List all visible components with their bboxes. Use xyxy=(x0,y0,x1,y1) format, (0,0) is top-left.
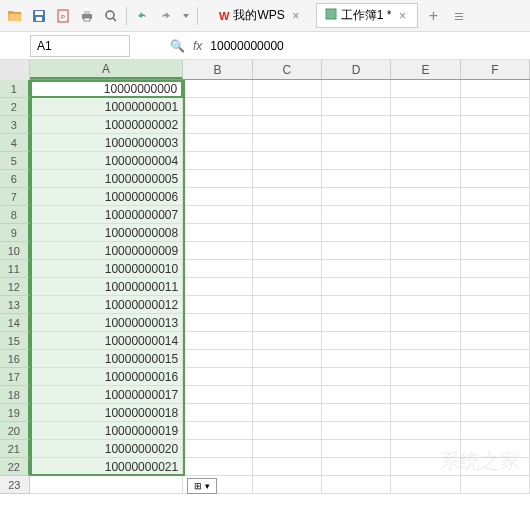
cell[interactable]: 10000000011 xyxy=(30,278,183,296)
undo-icon[interactable] xyxy=(131,5,153,27)
row-header[interactable]: 6 xyxy=(0,170,30,188)
cell[interactable]: 10000000010 xyxy=(30,260,183,278)
cell[interactable] xyxy=(183,386,252,404)
cell[interactable] xyxy=(253,98,322,116)
cell[interactable]: 10000000018 xyxy=(30,404,183,422)
cell[interactable] xyxy=(461,404,530,422)
cell[interactable] xyxy=(183,350,252,368)
cell[interactable] xyxy=(322,278,391,296)
cell[interactable]: 10000000003 xyxy=(30,134,183,152)
row-header[interactable]: 14 xyxy=(0,314,30,332)
row-header[interactable]: 4 xyxy=(0,134,30,152)
tab-mywps[interactable]: W 我的WPS × xyxy=(210,3,312,28)
cell[interactable] xyxy=(322,476,391,494)
cell[interactable] xyxy=(391,134,460,152)
tab-list-icon[interactable] xyxy=(448,5,470,27)
cell[interactable] xyxy=(253,206,322,224)
cell[interactable] xyxy=(391,332,460,350)
add-tab-icon[interactable]: + xyxy=(422,5,444,27)
cell[interactable] xyxy=(461,314,530,332)
cell[interactable]: 10000000015 xyxy=(30,350,183,368)
cell[interactable] xyxy=(461,224,530,242)
row-header[interactable]: 23 xyxy=(0,476,30,494)
cell[interactable] xyxy=(183,224,252,242)
tab-workbook[interactable]: 工作簿1 * × xyxy=(316,3,419,28)
column-header-D[interactable]: D xyxy=(322,60,391,79)
cell[interactable] xyxy=(461,116,530,134)
cell[interactable] xyxy=(322,206,391,224)
open-icon[interactable] xyxy=(4,5,26,27)
cell[interactable] xyxy=(253,134,322,152)
cell[interactable] xyxy=(253,116,322,134)
cell[interactable] xyxy=(391,152,460,170)
cell[interactable] xyxy=(461,152,530,170)
autofill-options-icon[interactable]: ⊞ ▾ xyxy=(187,478,217,494)
row-header[interactable]: 19 xyxy=(0,404,30,422)
cell[interactable] xyxy=(253,170,322,188)
cell[interactable] xyxy=(183,98,252,116)
cell[interactable] xyxy=(322,368,391,386)
row-header[interactable]: 10 xyxy=(0,242,30,260)
cell[interactable] xyxy=(322,152,391,170)
cell[interactable] xyxy=(253,224,322,242)
cell[interactable] xyxy=(461,368,530,386)
cell[interactable]: 10000000019 xyxy=(30,422,183,440)
cell[interactable] xyxy=(183,260,252,278)
cell[interactable] xyxy=(253,80,322,98)
cell[interactable] xyxy=(391,170,460,188)
row-header[interactable]: 3 xyxy=(0,116,30,134)
cell[interactable] xyxy=(322,440,391,458)
cell[interactable] xyxy=(322,80,391,98)
cell[interactable] xyxy=(30,476,183,494)
column-header-E[interactable]: E xyxy=(391,60,460,79)
cell[interactable] xyxy=(391,404,460,422)
cell[interactable] xyxy=(461,260,530,278)
row-header[interactable]: 7 xyxy=(0,188,30,206)
cell[interactable] xyxy=(322,242,391,260)
print-icon[interactable] xyxy=(76,5,98,27)
cell[interactable] xyxy=(461,170,530,188)
close-icon[interactable]: × xyxy=(289,9,303,23)
search-icon[interactable]: 🔍 xyxy=(170,39,185,53)
cell[interactable]: 10000000013 xyxy=(30,314,183,332)
cell[interactable] xyxy=(322,188,391,206)
cell[interactable] xyxy=(461,422,530,440)
cell[interactable]: 10000000017 xyxy=(30,386,183,404)
cell[interactable] xyxy=(183,422,252,440)
cell[interactable] xyxy=(391,278,460,296)
select-all-corner[interactable] xyxy=(0,60,30,80)
cell[interactable] xyxy=(183,116,252,134)
cell[interactable] xyxy=(183,368,252,386)
cell[interactable] xyxy=(253,332,322,350)
cell[interactable] xyxy=(391,206,460,224)
cell[interactable]: 10000000005 xyxy=(30,170,183,188)
cell[interactable] xyxy=(253,296,322,314)
row-header[interactable]: 18 xyxy=(0,386,30,404)
cell[interactable] xyxy=(183,440,252,458)
fx-label[interactable]: fx xyxy=(193,39,202,53)
cell[interactable] xyxy=(253,314,322,332)
cell[interactable] xyxy=(391,314,460,332)
cell[interactable] xyxy=(461,458,530,476)
cell[interactable] xyxy=(461,98,530,116)
row-header[interactable]: 9 xyxy=(0,224,30,242)
redo-icon[interactable] xyxy=(155,5,177,27)
cell[interactable] xyxy=(391,458,460,476)
cell[interactable]: 10000000012 xyxy=(30,296,183,314)
save-icon[interactable] xyxy=(28,5,50,27)
cell[interactable] xyxy=(391,224,460,242)
row-header[interactable]: 11 xyxy=(0,260,30,278)
cell-reference-box[interactable]: A1 xyxy=(30,35,130,57)
cell[interactable] xyxy=(183,134,252,152)
cell[interactable] xyxy=(391,440,460,458)
cell[interactable] xyxy=(253,440,322,458)
row-header[interactable]: 13 xyxy=(0,296,30,314)
column-header-B[interactable]: B xyxy=(183,60,252,79)
cell[interactable] xyxy=(391,386,460,404)
cell[interactable] xyxy=(183,278,252,296)
cell[interactable]: 10000000014 xyxy=(30,332,183,350)
cell[interactable] xyxy=(253,458,322,476)
cell[interactable] xyxy=(391,260,460,278)
dropdown-icon[interactable] xyxy=(179,5,193,27)
cell[interactable] xyxy=(461,386,530,404)
